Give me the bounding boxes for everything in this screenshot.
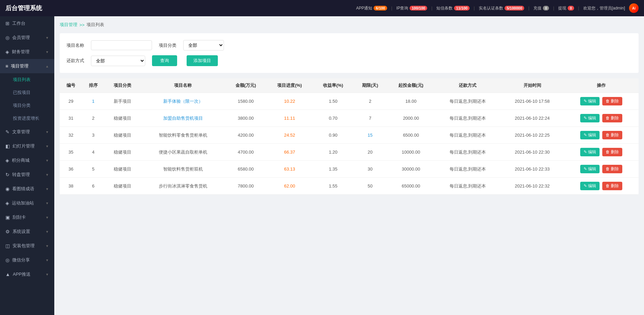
sidebar-item-scratchcard[interactable]: ▣ 刮刮卡 ▼: [0, 210, 54, 224]
cell-name[interactable]: 加盟自助售货机项目: [141, 110, 226, 127]
cell-rate: 0.70: [313, 110, 353, 127]
delete-button[interactable]: 🗑 删除: [602, 131, 622, 139]
delete-button[interactable]: 🗑 删除: [602, 114, 622, 122]
sidebar-item-wechat[interactable]: ◎ 微信分享 ▼: [0, 253, 54, 267]
stat-sms-badge: 11/100: [454, 6, 470, 11]
stat-app-notify: APP通知 6/100: [356, 5, 387, 11]
sidebar-item-label-turntable: 转盘管理: [12, 172, 30, 178]
sidebar-item-label-scratchcard: 刮刮卡: [13, 214, 26, 220]
cell-category: 稳健项目: [105, 161, 141, 178]
project-category-label: 项目分类: [159, 42, 176, 48]
cell-progress: 11.11: [266, 110, 313, 127]
sidebar-sub-item-project-list[interactable]: 项目列表: [0, 73, 54, 86]
table-row: 32 3 稳健项目 智能饮料零食售货柜单机 4200.00 24.52 0.90…: [60, 127, 639, 144]
cell-min-invest: 65000.00: [387, 178, 435, 195]
user-greeting[interactable]: 欢迎您，管理员[admin]: [583, 5, 625, 11]
delete-button[interactable]: 🗑 删除: [602, 97, 622, 105]
delete-button[interactable]: 🗑 删除: [602, 165, 622, 173]
add-project-button[interactable]: 添加项目: [187, 55, 218, 66]
chevron-wechat-icon: ▼: [45, 258, 49, 262]
cell-days: 50: [353, 178, 387, 195]
sidebar-sub-item-invest-progress[interactable]: 投资进度增长: [0, 112, 54, 125]
sidebar-item-label-slideshow: 幻灯片管理: [13, 143, 35, 149]
chevron-turntable-icon: ▼: [45, 173, 49, 177]
edit-button[interactable]: ✎ 编辑: [580, 165, 600, 173]
col-days: 期限(天): [353, 78, 387, 93]
edit-button[interactable]: ✎ 编辑: [580, 131, 600, 139]
table-card: 编号 排序 项目分类 项目名称 金额(万元) 项目进度(%) 收益率(%) 期限…: [60, 78, 639, 195]
edit-button[interactable]: ✎ 编辑: [580, 114, 600, 122]
sidebar-item-workbench[interactable]: ⊞ 工作台: [0, 16, 54, 31]
sidebar-item-shop[interactable]: ◈ 积分商城 ▼: [0, 153, 54, 168]
col-min-invest: 起投金额(元): [387, 78, 435, 93]
riddle-icon: ◉: [5, 186, 10, 192]
stat-withdraw-badge: 0: [568, 6, 574, 11]
chevron-package-icon: ▼: [45, 244, 49, 248]
stat-app-notify-badge: 6/100: [374, 6, 387, 11]
sidebar-item-project[interactable]: ≡ 项目管理 ▲: [0, 59, 54, 73]
cell-actions: ✎ 编辑 🗑 删除: [564, 161, 639, 178]
sidebar-item-settings[interactable]: ⚙ 系统设置 ▼: [0, 224, 54, 239]
sidebar-item-member[interactable]: ◎ 会员管理 ▼: [0, 31, 54, 45]
cell-days: 2: [353, 93, 387, 110]
cell-amount: 4700.00: [225, 144, 266, 161]
breadcrumb-parent[interactable]: 项目管理: [60, 22, 77, 28]
cell-actions: ✎ 编辑 🗑 删除: [564, 127, 639, 144]
query-button[interactable]: 查询: [152, 55, 177, 66]
cell-category: 稳健项目: [105, 110, 141, 127]
cell-rate: 1.55: [313, 178, 353, 195]
project-category-select[interactable]: 全部 新手项目 稳健项目: [183, 40, 224, 51]
table-row: 35 4 稳健项目 便捷小区果蔬自取柜单机 4700.00 66.37 1.20…: [60, 144, 639, 161]
stat-ip-query: IP查询 100/100: [396, 5, 427, 11]
sidebar-item-package[interactable]: ◫ 安装包管理 ▼: [0, 239, 54, 253]
cell-amount: 3800.00: [225, 110, 266, 127]
package-icon: ◫: [5, 243, 10, 249]
divider-2: |: [431, 6, 432, 11]
cell-name: 智能饮料售货柜双机: [141, 161, 226, 178]
edit-button[interactable]: ✎ 编辑: [580, 148, 600, 156]
sidebar-item-label-article: 文章管理: [12, 129, 30, 135]
cell-sort: 3: [82, 127, 105, 144]
stat-sms-label: 短信条数: [436, 5, 453, 11]
edit-button[interactable]: ✎ 编辑: [580, 182, 600, 190]
sidebar-item-slideshow[interactable]: ◧ 幻灯片管理 ▼: [0, 139, 54, 153]
sidebar-item-push[interactable]: ▲ APP推送 ▼: [0, 267, 54, 281]
cell-days[interactable]: 15: [353, 127, 387, 144]
project-name-input[interactable]: [91, 40, 152, 50]
sidebar-item-finance[interactable]: ◈ 财务管理 ▼: [0, 45, 54, 59]
delete-button[interactable]: 🗑 删除: [602, 182, 622, 190]
sidebar-item-sports[interactable]: ◈ 运动加油站 ▼: [0, 196, 54, 210]
layout: ⊞ 工作台 ◎ 会员管理 ▼ ◈ 财务管理 ▼ ≡ 项目管理 ▲ 项目列表: [0, 16, 644, 315]
cell-repay: 每日返息,到期还本: [435, 161, 500, 178]
finance-icon: ◈: [5, 49, 9, 55]
stat-recharge: 充值 0: [533, 5, 549, 11]
avatar[interactable]: Ai: [629, 3, 639, 13]
col-sort: 排序: [82, 78, 105, 93]
chevron-slideshow-icon: ▼: [45, 144, 49, 148]
sidebar-item-riddle[interactable]: ◉ 看图猜成语 ▼: [0, 182, 54, 196]
cell-name[interactable]: 新手体验（限一次）: [141, 93, 226, 110]
sidebar-sub-item-project-category[interactable]: 项目分类: [0, 99, 54, 112]
cell-repay: 每日返息,到期还本: [435, 178, 500, 195]
cell-rate: 1.50: [313, 93, 353, 110]
cell-amount: 4200.00: [225, 127, 266, 144]
cell-min-invest: 6500.00: [387, 127, 435, 144]
repay-method-label: 还款方式: [67, 58, 84, 64]
col-repay: 还款方式: [435, 78, 500, 93]
sidebar-item-turntable[interactable]: ↻ 转盘管理 ▼: [0, 168, 54, 182]
edit-button[interactable]: ✎ 编辑: [580, 97, 600, 105]
stat-withdraw-label: 提现: [558, 5, 566, 11]
sidebar-sub-item-invested[interactable]: 已投项目: [0, 86, 54, 99]
stat-sms: 短信条数 11/100: [436, 5, 470, 11]
cell-name: 便捷小区果蔬自取柜单机: [141, 144, 226, 161]
cell-min-invest: 2000.00: [387, 110, 435, 127]
sidebar-item-label-package: 安装包管理: [13, 243, 35, 249]
repay-method-select[interactable]: 全部 每日返息,到期还本 到期还本付息: [91, 56, 145, 66]
sidebar-item-label-riddle: 看图猜成语: [12, 186, 34, 192]
breadcrumb: 项目管理 >> 项目列表: [60, 22, 639, 28]
delete-button[interactable]: 🗑 删除: [602, 148, 622, 156]
cell-category: 稳健项目: [105, 144, 141, 161]
sidebar-item-article[interactable]: ✎ 文章管理 ▼: [0, 125, 54, 139]
cell-sort[interactable]: 1: [82, 93, 105, 110]
header-right: APP通知 6/100 | IP查询 100/100 | 短信条数 11/100…: [356, 3, 639, 13]
